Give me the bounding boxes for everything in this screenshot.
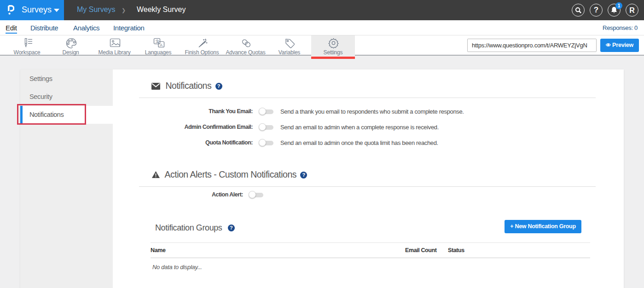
svg-text:A: A	[160, 43, 162, 47]
svg-text:文: 文	[155, 39, 159, 44]
